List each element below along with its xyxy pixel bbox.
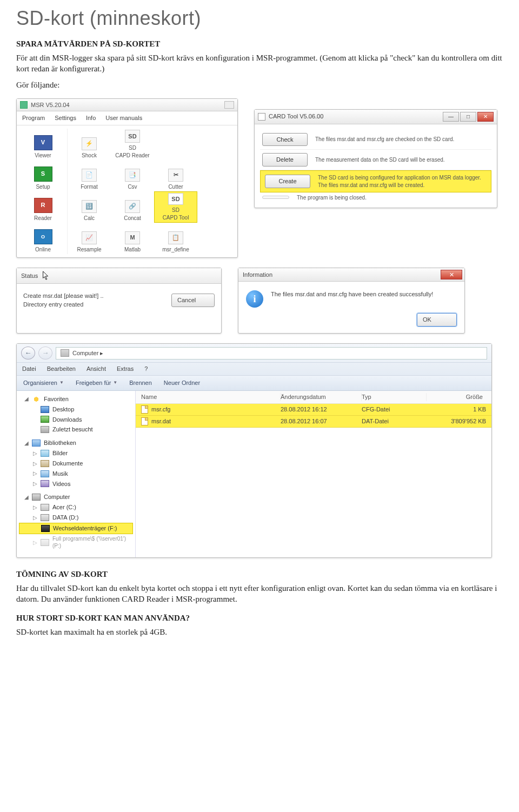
tree-item-d-drive[interactable]: ▷DATA (D:) [19,513,133,523]
section-para: Har du tillvalet SD-kort kan du enkelt b… [16,583,503,605]
tree-item-dokumente[interactable]: ▷Dokumente [19,458,133,469]
app-icon [20,101,28,109]
card-tool-window: CARD Tool V5.06.00 — □ ✕ Check The files… [254,109,497,209]
create-button[interactable]: Create [265,175,310,188]
brennen-button[interactable]: Brennen [129,379,152,387]
window-title: CARD Tool V5.06.00 [269,112,323,121]
organisieren-button[interactable]: Organisieren▼ [23,379,64,387]
screenshot-group: MSR V5.20.04 Program Settings Info User … [16,98,503,558]
explorer-toolbar: Organisieren▼ Freigeben für▼ Brennen Neu… [17,376,491,390]
forward-button[interactable]: → [38,347,52,360]
menu-info[interactable]: Info [86,114,96,122]
status-dialog: Status Create msr.dat [please wait!] .. … [16,268,222,334]
format-icon: 📄 [82,169,97,182]
computer-group[interactable]: ◢Computer [19,492,133,502]
favorites-group[interactable]: ◢Favoriten [19,394,133,404]
col-type[interactable]: Typ [362,393,427,401]
cutter-icon: ✂ [168,169,183,182]
minimize-button[interactable] [224,101,234,109]
back-button[interactable]: ← [21,347,35,360]
maximize-button[interactable]: □ [460,112,476,122]
online-button[interactable]: OOnline [19,223,68,254]
menubar: Program Settings Info User manuals [17,111,237,125]
library-icon [32,440,41,447]
libraries-group[interactable]: ◢Bibliotheken [19,438,133,448]
file-row-msrcfg[interactable]: msr.cfg 28.08.2012 16:12 CFG-Datei 1 KB [136,404,491,416]
format-button[interactable]: 📄Format [68,160,111,191]
tree-item-musik[interactable]: ▷Musik [19,469,133,479]
tree-item-downloads[interactable]: Downloads [19,415,133,425]
file-icon [141,417,148,425]
msr-define-button[interactable]: 📋msr_define [154,223,197,254]
shock-button[interactable]: ⚡Shock [68,129,111,160]
menu-help[interactable]: ? [144,365,148,373]
capd-reader-button[interactable]: SDSD CAPD Reader [111,129,154,160]
tree-item-f-drive[interactable]: Wechseldatenträger (F:) [19,523,133,534]
calc-button[interactable]: 🔢Calc [68,191,111,223]
music-icon [41,470,49,477]
setup-button[interactable]: SSetup [19,160,68,191]
viewer-icon: V [34,135,52,150]
tree-item-bilder[interactable]: ▷Bilder [19,448,133,458]
ok-button[interactable]: OK [417,313,457,327]
neuer-ordner-button[interactable]: Neuer Ordner [164,379,200,387]
close-button-row[interactable] [262,196,289,199]
breadcrumb[interactable]: Computer ▸ [56,347,487,360]
close-button[interactable]: ✕ [477,112,494,122]
reader-button[interactable]: RReader [19,191,68,223]
capd-tool-button[interactable]: SDSD CAPD Tool [154,191,197,223]
column-headers[interactable]: Name Änderungsdatum Typ Größe [136,391,491,404]
menu-settings[interactable]: Settings [55,114,76,122]
menu-bearbeiten[interactable]: Bearbeiten [47,365,76,373]
chevron-down-icon: ▼ [59,380,64,386]
window-title: MSR V5.20.04 [31,101,70,109]
dialog-title: Status [21,272,38,280]
launcher-grid: VViewer ⚡Shock SDSD CAPD Reader SSetup 📄… [17,125,237,257]
section-para: För att din MSR-logger ska spara på sitt… [16,52,503,75]
close-desc: The program is being closed. [297,194,489,202]
freigeben-button[interactable]: Freigeben für▼ [76,379,117,387]
close-button[interactable]: ✕ [441,270,462,279]
tree-item-desktop[interactable]: Desktop [19,404,133,415]
section-para-2: Gör följande: [16,79,503,90]
menu-extras[interactable]: Extras [117,365,134,373]
concat-button[interactable]: 🔗Concat [111,191,154,223]
setup-icon: S [34,167,52,182]
tree-item-videos[interactable]: ▷Videos [19,479,133,489]
sd-tool-icon: SD [168,193,183,205]
check-desc: The files msr.dat and msr.cfg are checke… [315,136,489,143]
tree-item-recent[interactable]: Zuletzt besucht [19,424,133,435]
cutter-button[interactable]: ✂Cutter [154,160,197,191]
delete-row: Delete The measurement data on the SD ca… [260,150,491,170]
check-button[interactable]: Check [262,133,308,147]
menu-program[interactable]: Program [22,114,45,122]
explorer-menubar: Datei Bearbeiten Ansicht Extras ? [17,362,491,376]
dialog-title: Information [243,271,272,279]
matlab-button[interactable]: MMatlab [111,223,154,254]
csv-button[interactable]: 📑Csv [111,160,154,191]
menu-user-manuals[interactable]: User manuals [105,114,142,122]
delete-button[interactable]: Delete [262,153,308,167]
titlebar[interactable]: CARD Tool V5.06.00 — □ ✕ [255,110,497,124]
viewer-button[interactable]: VViewer [19,129,68,160]
titlebar[interactable]: Status [17,268,221,284]
tree-item-c-drive[interactable]: ▷Acer (C:) [19,502,133,513]
csv-icon: 📑 [125,169,140,182]
cancel-button[interactable]: Cancel [171,294,215,307]
downloads-icon [41,416,49,423]
nav-tree: ◢Favoriten Desktop Downloads Zuletzt bes… [17,391,136,557]
minimize-button[interactable]: — [443,112,459,122]
col-date[interactable]: Änderungsdatum [281,393,362,401]
file-row-msrdat[interactable]: msr.dat 28.08.2012 16:07 DAT-Datei 3'809… [136,416,491,428]
col-size[interactable]: Größe [427,393,486,401]
titlebar[interactable]: Information ✕ [238,268,464,282]
tree-item-network-drive[interactable]: ▷Full programme\$ ('\\server01') (P:) [19,534,133,551]
empty-cell [154,129,197,160]
resample-button[interactable]: 📈Resample [68,223,111,254]
col-name[interactable]: Name [141,393,281,401]
close-row: The program is being closed. [260,192,491,202]
menu-ansicht[interactable]: Ansicht [86,365,106,373]
menu-datei[interactable]: Datei [22,365,36,373]
titlebar[interactable]: MSR V5.20.04 [17,99,237,112]
empty-cell [197,129,241,160]
